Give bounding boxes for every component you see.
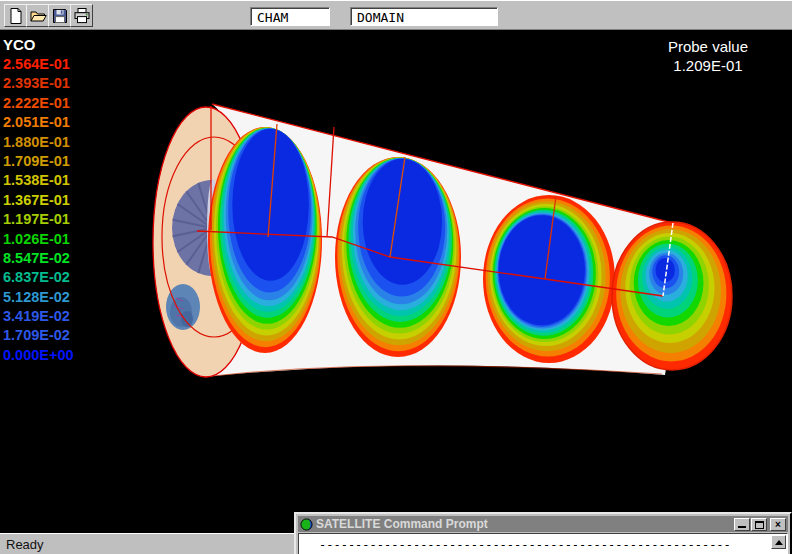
- legend-entry: 1.197E-01: [3, 210, 74, 229]
- probe-readout: Probe value 1.209E-01: [668, 37, 748, 75]
- maximize-icon: [755, 521, 764, 529]
- open-folder-icon: [29, 7, 47, 25]
- save-button[interactable]: [48, 4, 71, 27]
- probe-label: Probe value: [668, 37, 748, 56]
- command-output-area[interactable]: ----------------------------------------…: [298, 533, 788, 554]
- 3d-contour-scene: [0, 30, 792, 533]
- legend-entry: 3.419E-02: [3, 307, 74, 326]
- cham-field[interactable]: CHAM: [250, 7, 330, 26]
- toolbar: CHAM DOMAIN: [0, 0, 792, 30]
- save-icon: [51, 7, 69, 25]
- maximize-button[interactable]: [751, 518, 767, 531]
- satellite-app-icon: [300, 518, 313, 531]
- legend-entry: 5.128E-02: [3, 288, 74, 307]
- new-document-icon: [7, 7, 25, 25]
- swirl-blob: [166, 284, 200, 330]
- domain-field[interactable]: DOMAIN: [350, 7, 498, 26]
- legend-entry: 0.000E+00: [3, 346, 74, 365]
- graphics-viewport[interactable]: YCO 2.564E-012.393E-012.222E-012.051E-01…: [0, 30, 792, 533]
- status-text: Ready: [6, 537, 44, 552]
- legend-entry: 1.709E-02: [3, 326, 74, 345]
- legend-entry: 1.026E-01: [3, 230, 74, 249]
- title-bar[interactable]: SATELLITE Command Prompt ×: [298, 516, 788, 532]
- print-button[interactable]: [70, 4, 93, 27]
- scroll-up-button[interactable]: [771, 535, 786, 549]
- minimize-icon: [738, 526, 746, 528]
- contour-disc-1: [208, 127, 322, 353]
- command-output-line: ----------------------------------------…: [319, 538, 731, 552]
- application-window: CHAM DOMAIN: [0, 0, 792, 554]
- legend-entry: 1.880E-01: [3, 133, 74, 152]
- contour-disc-2: [335, 157, 461, 357]
- print-icon: [73, 7, 91, 25]
- legend-entry: 2.222E-01: [3, 94, 74, 113]
- open-folder-button[interactable]: [26, 4, 49, 27]
- legend-entry: 1.538E-01: [3, 171, 74, 190]
- probe-value: 1.209E-01: [668, 56, 748, 75]
- legend-entry: 1.367E-01: [3, 191, 74, 210]
- legend-entry: 1.709E-01: [3, 152, 74, 171]
- legend-entry: 2.051E-01: [3, 113, 74, 132]
- close-button[interactable]: ×: [770, 518, 786, 531]
- scroll-up-icon: [775, 540, 783, 545]
- contour-disc-4: [612, 222, 732, 370]
- new-document-button[interactable]: [4, 4, 27, 27]
- color-legend: 2.564E-012.393E-012.222E-012.051E-011.88…: [3, 55, 74, 365]
- window-title: SATELLITE Command Prompt: [316, 517, 731, 531]
- legend-entry: 8.547E-02: [3, 249, 74, 268]
- legend-entry: 2.564E-01: [3, 55, 74, 74]
- window-controls: ×: [734, 518, 786, 531]
- variable-label: YCO: [3, 36, 36, 53]
- minimize-button[interactable]: [734, 518, 750, 531]
- legend-entry: 2.393E-01: [3, 74, 74, 93]
- satellite-command-prompt-window: SATELLITE Command Prompt × -------------…: [294, 512, 792, 554]
- close-icon: ×: [775, 519, 781, 530]
- legend-entry: 6.837E-02: [3, 268, 74, 287]
